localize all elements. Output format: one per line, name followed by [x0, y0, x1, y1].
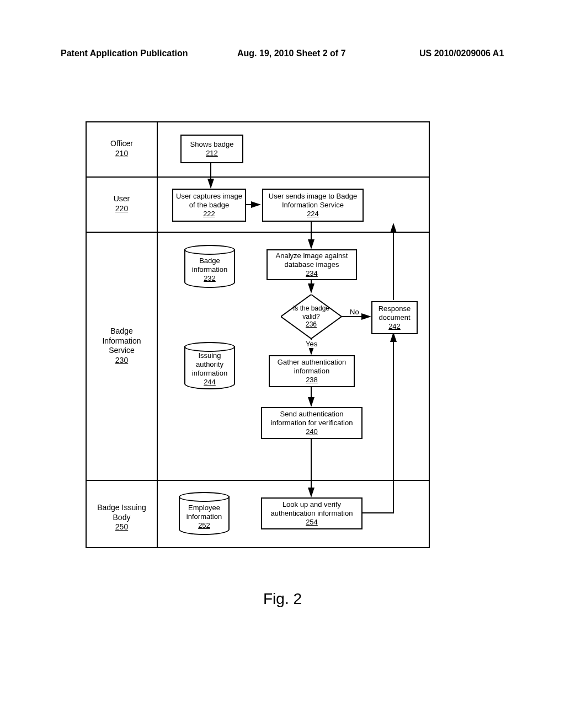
node-response-doc: Response document 242 [371, 301, 418, 334]
page-header: Patent Application Publication Aug. 19, … [61, 49, 504, 62]
decision-ref: 236 [306, 320, 317, 328]
db-ref: 252 [198, 521, 210, 530]
lane-label-officer: Officer 210 [87, 139, 157, 158]
node-text: User sends image to Badge Information Se… [263, 192, 363, 210]
db-text: Badge information [184, 256, 235, 275]
lane-title: Badge Information Service [87, 326, 157, 356]
node-ref: 242 [388, 322, 401, 331]
node-ref: 234 [306, 269, 318, 278]
lane-ref: 220 [87, 204, 157, 214]
db-badge-info: Badge information 232 [184, 245, 235, 288]
node-ref: 224 [307, 210, 319, 218]
lane-ref: 210 [87, 149, 157, 159]
header-right: US 2010/0209006 A1 [419, 49, 504, 58]
lane-divider [87, 232, 429, 233]
lane-column-divider [157, 122, 158, 547]
node-user-sends: User sends image to Badge Information Se… [262, 189, 364, 222]
lane-ref: 250 [87, 522, 157, 532]
lane-label-user: User 220 [87, 194, 157, 213]
db-text: Employee information [179, 504, 230, 522]
node-text: Gather authentication information [270, 358, 354, 376]
header-center: Aug. 19, 2010 Sheet 2 of 7 [237, 49, 346, 58]
node-send-auth: Send authentication information for veri… [261, 407, 363, 439]
edge-label-no: No [349, 308, 360, 316]
swimlane-diagram: Officer 210 User 220 Badge Information S… [86, 121, 430, 548]
node-lookup-verify: Look up and verify authentication inform… [261, 497, 363, 529]
node-user-captures: User captures image of the badge 222 [172, 189, 246, 222]
lane-title: User [87, 194, 157, 204]
node-text: User captures image of the badge [173, 192, 245, 210]
db-issuing-authority: Issuing authority information 244 [184, 342, 235, 389]
node-ref: 212 [206, 149, 218, 158]
node-gather-auth: Gather authentication information 238 [269, 355, 355, 387]
decision-text: Is the badge valid? [281, 304, 342, 320]
node-ref: 222 [203, 210, 215, 218]
db-employee-info: Employee information 252 [179, 492, 230, 535]
db-text: Issuing authority information [184, 351, 235, 378]
node-shows-badge: Shows badge 212 [180, 135, 243, 163]
node-analyze: Analyze image against database images 23… [266, 249, 357, 280]
figure-caption: Fig. 2 [0, 590, 565, 608]
lane-ref: 230 [87, 356, 157, 366]
db-ref: 244 [204, 378, 216, 387]
node-text: Response document [372, 304, 417, 323]
decision-valid: Is the badge valid? 236 [281, 295, 342, 339]
lane-title: Officer [87, 139, 157, 149]
edge-label-yes: Yes [305, 340, 318, 348]
db-ref: 232 [204, 274, 216, 283]
lane-label-issuer: Badge Issuing Body 250 [87, 503, 157, 532]
node-ref: 240 [306, 427, 318, 436]
header-left: Patent Application Publication [61, 49, 188, 58]
node-text: Look up and verify authentication inform… [262, 500, 361, 518]
lane-title: Badge Issuing Body [87, 503, 157, 522]
node-text: Shows badge [190, 140, 234, 149]
node-ref: 238 [306, 376, 318, 384]
lane-label-service: Badge Information Service 230 [87, 326, 157, 365]
lane-divider [87, 480, 429, 481]
node-text: Analyze image against database images [268, 251, 356, 270]
node-text: Send authentication information for veri… [262, 410, 361, 428]
lane-divider [87, 176, 429, 178]
node-ref: 254 [306, 518, 318, 527]
